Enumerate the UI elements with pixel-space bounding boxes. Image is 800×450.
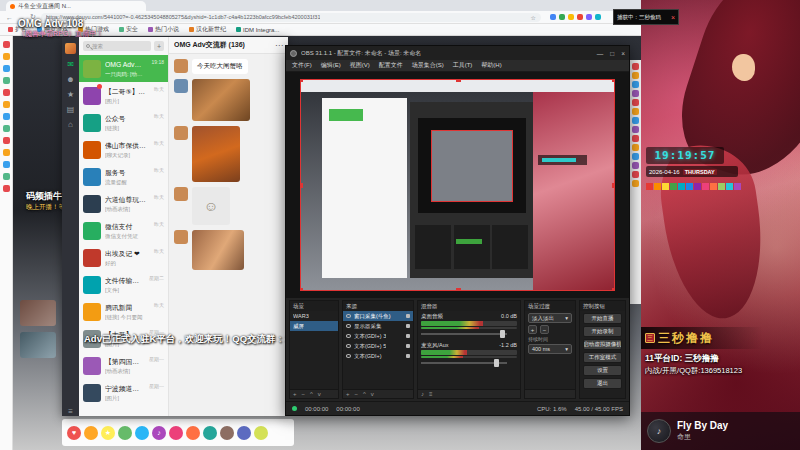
lock-icon[interactable] [406, 314, 410, 318]
extension-icons[interactable] [550, 14, 601, 20]
remove-icon[interactable]: − [355, 391, 359, 397]
menu-tools[interactable]: 工具(T) [453, 61, 473, 70]
gift-icon[interactable] [254, 426, 268, 440]
back-icon[interactable]: ← [6, 14, 13, 21]
emote-icon[interactable] [632, 162, 639, 169]
extension-icon[interactable] [577, 14, 583, 20]
bookmark-star-icon[interactable]: ☆ [530, 14, 535, 21]
close-icon[interactable]: × [621, 50, 625, 57]
move-up-icon[interactable]: ^ [310, 391, 313, 397]
sidebar-icon[interactable] [3, 137, 10, 144]
add-icon[interactable]: + [293, 391, 297, 397]
move-down-icon[interactable]: v [371, 391, 374, 397]
more-icon[interactable]: ⋯ [275, 41, 283, 50]
sidebar-icon[interactable] [3, 77, 10, 84]
start-recording-button[interactable]: 开始录制 [583, 326, 622, 337]
stepper-arrows[interactable]: ▾ [565, 346, 568, 352]
menu-file[interactable]: 文件(F) [292, 61, 312, 70]
list-item[interactable]: 佛山市保供采购群[聊天记录] 昨天 [79, 136, 168, 163]
list-item[interactable]: 宁波频道直播群[图片] 星期一 [79, 379, 168, 406]
move-up-icon[interactable]: ^ [363, 391, 366, 397]
sidebar-icon[interactable] [3, 101, 10, 108]
list-item[interactable]: 出埃及记 ❤好的 昨天 [79, 244, 168, 271]
emote-icon[interactable] [632, 99, 639, 106]
gift-icon[interactable] [186, 426, 200, 440]
list-item[interactable]: 【第四国际全员群】[动画表情] 星期一 [79, 352, 168, 379]
menu-scene-collection[interactable]: 场景集合(S) [412, 61, 444, 70]
bookmark-item[interactable]: IDM Integra... [236, 27, 279, 33]
favorites-icon[interactable]: ★ [67, 91, 74, 99]
menu-view[interactable]: 视图(V) [350, 61, 370, 70]
source-item[interactable]: 文本(GDI+) 3 [343, 331, 413, 341]
message-image[interactable] [192, 230, 244, 270]
message-sticker[interactable]: ☺ [192, 187, 230, 225]
resize-handle[interactable] [300, 183, 303, 188]
sidebar-icon[interactable] [3, 173, 10, 180]
minimize-icon[interactable]: — [597, 50, 604, 57]
list-item[interactable]: OMG Adv交流群一只肉鸡: [动画表情] 19:18 [79, 55, 168, 82]
resize-handle[interactable] [456, 79, 461, 82]
emote-icon[interactable] [632, 90, 639, 97]
volume-slider[interactable] [421, 330, 517, 338]
exit-button[interactable]: 退出 [583, 378, 622, 389]
gift-icon[interactable] [169, 426, 183, 440]
capture-indicator-window[interactable]: 捕获中：三秒偷鸡 × [613, 9, 679, 25]
visibility-icon[interactable] [346, 354, 351, 358]
source-item[interactable]: 文本(GDI+) [343, 351, 413, 361]
list-item[interactable]: 微信支付微信支付凭证 昨天 [79, 217, 168, 244]
chats-icon[interactable]: ✉ [67, 61, 74, 69]
emote-icon[interactable] [632, 81, 639, 88]
emote-icon[interactable] [632, 153, 639, 160]
sidebar-icon[interactable] [3, 89, 10, 96]
browser-tab[interactable]: 斗鱼全业直播间 N... [6, 1, 146, 11]
resize-handle[interactable] [300, 288, 303, 291]
list-item[interactable]: 文件传输助手[文件] 星期二 [79, 271, 168, 298]
visibility-icon[interactable] [346, 324, 351, 328]
emote-icon[interactable] [632, 126, 639, 133]
menu-edit[interactable]: 编辑(E) [321, 61, 341, 70]
sidebar-icon[interactable] [3, 41, 10, 48]
emote-icon[interactable] [632, 72, 639, 79]
sidebar-icon[interactable] [3, 161, 10, 168]
remove-transition-button[interactable]: − [540, 325, 549, 334]
add-icon[interactable]: + [346, 391, 350, 397]
sidebar-icon[interactable] [3, 53, 10, 60]
studio-mode-button[interactable]: 工作室模式 [583, 352, 622, 363]
gift-icon[interactable]: ★ [101, 426, 115, 440]
emote-icon[interactable] [632, 117, 639, 124]
emote-icon[interactable] [632, 63, 639, 70]
resize-handle[interactable] [612, 183, 615, 188]
avatar[interactable] [65, 43, 76, 54]
bookmark-item[interactable]: 热门小说 [148, 25, 179, 34]
scene-item[interactable]: WAR3 [290, 311, 338, 321]
lock-icon[interactable] [406, 344, 410, 348]
emote-icon[interactable] [632, 171, 639, 178]
transition-select[interactable]: 淡入淡出▾ [528, 313, 572, 323]
moments-icon[interactable]: ⌂ [68, 121, 73, 129]
gift-icon[interactable]: ♪ [152, 426, 166, 440]
obs-preview[interactable] [286, 72, 629, 298]
close-icon[interactable]: × [671, 14, 675, 21]
resize-handle[interactable] [612, 79, 615, 82]
emote-icon[interactable] [632, 135, 639, 142]
gift-icon[interactable] [135, 426, 149, 440]
gift-icon[interactable] [220, 426, 234, 440]
add-chat-button[interactable]: + [154, 41, 164, 51]
volume-slider[interactable] [421, 359, 517, 367]
emote-icon[interactable] [632, 144, 639, 151]
start-streaming-button[interactable]: 开始直播 [583, 313, 622, 324]
list-item[interactable]: 【二哥⑤】影视交流群[图片] 昨天 [79, 82, 168, 109]
gift-icon[interactable] [84, 426, 98, 440]
gift-icon[interactable] [237, 426, 251, 440]
settings-icon[interactable]: ≡ [429, 391, 433, 397]
sidebar-icon[interactable] [3, 113, 10, 120]
visibility-icon[interactable] [346, 344, 351, 348]
extension-icon[interactable] [559, 14, 565, 20]
settings-button[interactable]: 设置 [583, 365, 622, 376]
maximize-icon[interactable]: □ [610, 50, 614, 57]
visibility-icon[interactable] [346, 314, 351, 318]
url-field[interactable]: https://www.douyu.com/544100?=-0.4625345… [41, 13, 541, 22]
gift-icon[interactable]: ♥ [67, 426, 81, 440]
move-down-icon[interactable]: v [318, 391, 321, 397]
list-item[interactable]: 六道仙尊玩黑猫警长[动画表情] 昨天 [79, 190, 168, 217]
